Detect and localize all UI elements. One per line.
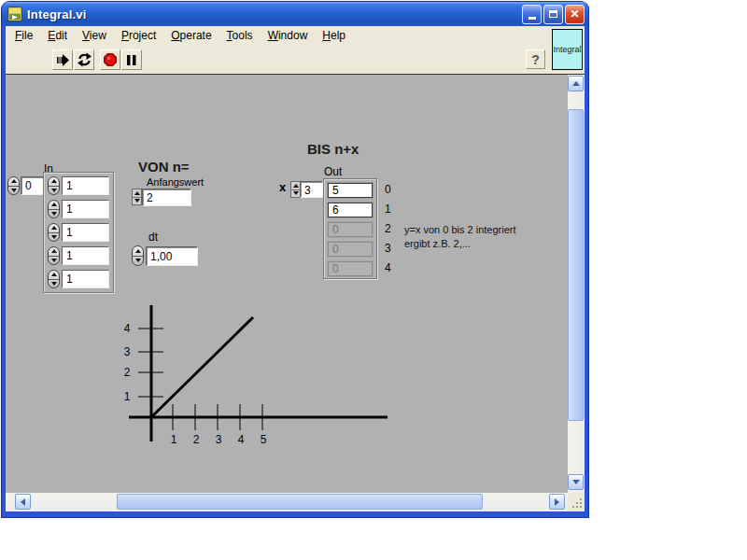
desktop: Integral.vi ✕ File Edit View Project Ope… [0, 0, 747, 560]
menu-project[interactable]: Project [114, 27, 163, 45]
menu-edit[interactable]: Edit [40, 27, 75, 45]
dt-spinner [132, 245, 144, 266]
anfangswert-value-box[interactable]: 2 [142, 189, 191, 206]
close-icon: ✕ [570, 8, 579, 20]
element-spinner[interactable] [48, 200, 60, 218]
scroll-up-icon [572, 81, 580, 86]
vi-icon-label: Integral [553, 45, 581, 54]
out-array-frame: 5 6 0 0 0 [323, 178, 377, 279]
menu-help[interactable]: Help [315, 27, 353, 45]
y-tick-2: 2 [124, 366, 131, 379]
window-body: File Edit View Project Operate Tools Win… [6, 26, 585, 511]
in-element-1[interactable]: 1 [62, 200, 109, 218]
maximize-icon [549, 10, 557, 18]
down-button[interactable] [49, 186, 59, 195]
menubar: File Edit View Project Operate Tools Win… [6, 26, 585, 46]
vertical-scrollbar[interactable] [568, 75, 585, 493]
up-arrow-icon [293, 184, 299, 188]
resize-grip[interactable] [568, 493, 585, 511]
out-element-2: 0 [328, 222, 373, 237]
scroll-down-icon [572, 480, 580, 484]
in-array-element-row: 1 [48, 246, 109, 265]
menu-operate[interactable]: Operate [163, 27, 218, 45]
maximize-button[interactable] [543, 5, 563, 24]
in-element-3[interactable]: 1 [62, 246, 109, 265]
vi-icon-pane[interactable]: Integral [552, 29, 583, 70]
down-arrow-icon [51, 189, 57, 192]
x-tick-1: 1 [171, 433, 177, 446]
element-spinner[interactable] [48, 270, 60, 288]
index-up-button[interactable] [8, 177, 19, 186]
index-down-button[interactable] [8, 186, 19, 195]
scroll-left-button[interactable] [15, 494, 31, 510]
yx-graph-sketch: 4 3 2 1 1 2 3 4 5 [117, 301, 392, 455]
out-label: Out [324, 165, 342, 178]
down-button[interactable] [133, 256, 143, 266]
in-element-4[interactable]: 1 [62, 270, 109, 288]
up-button[interactable] [49, 177, 59, 186]
x-tick-3: 3 [216, 433, 222, 446]
resize-grip-icon [580, 506, 582, 508]
run-continuous-icon [77, 52, 92, 67]
menu-view[interactable]: View [75, 27, 114, 45]
x-tick-5: 5 [261, 433, 267, 446]
element-spinner[interactable] [48, 223, 60, 242]
help-icon: ? [531, 52, 540, 67]
scroll-down-button[interactable] [568, 474, 584, 490]
down-arrow-icon [51, 282, 57, 286]
down-arrow-icon [51, 259, 57, 262]
up-arrow-icon [51, 273, 57, 276]
down-button[interactable] [49, 232, 59, 242]
in-array-index-box[interactable]: 0 [21, 176, 45, 195]
close-button[interactable]: ✕ [565, 5, 585, 24]
x-tick-4: 4 [238, 433, 245, 446]
element-spinner[interactable] [48, 176, 60, 195]
horizontal-scroll-thumb[interactable] [117, 494, 483, 510]
in-array-frame: 1 1 1 1 1 [43, 172, 114, 293]
dt-value-box[interactable]: 1,00 [146, 246, 198, 266]
out-element-3: 0 [328, 242, 373, 257]
abort-button[interactable] [100, 49, 120, 70]
titlebar[interactable]: Integral.vi ✕ [2, 2, 588, 26]
scroll-right-button[interactable] [549, 494, 565, 510]
down-button[interactable] [49, 209, 59, 218]
context-help-button[interactable]: ? [526, 49, 545, 69]
vertical-scroll-thumb[interactable] [568, 109, 584, 421]
down-button[interactable] [49, 279, 59, 288]
out-element-0: 5 [328, 183, 373, 198]
run-button[interactable] [52, 49, 73, 70]
minimize-button[interactable] [522, 5, 542, 24]
integral-vi-window: Integral.vi ✕ File Edit View Project Ope… [2, 2, 588, 517]
out-element-1: 6 [328, 203, 373, 217]
bis-heading: BIS n+x [307, 141, 359, 157]
in-element-2[interactable]: 1 [62, 223, 109, 242]
in-array-element-row: 1 [48, 176, 109, 195]
up-arrow-icon [135, 249, 141, 253]
up-button[interactable] [291, 182, 300, 189]
out-index-2: 2 [385, 221, 391, 236]
pause-button[interactable] [121, 49, 142, 70]
down-button[interactable] [133, 197, 141, 205]
up-button[interactable] [133, 246, 143, 256]
minimize-icon [529, 17, 536, 20]
down-button[interactable] [291, 189, 300, 198]
run-continuous-button[interactable] [74, 49, 94, 70]
in-element-0[interactable]: 1 [62, 176, 109, 195]
front-panel: In 0 1 1 1 [6, 75, 568, 493]
menu-tools[interactable]: Tools [219, 27, 261, 45]
x-value-box[interactable]: 3 [300, 181, 323, 198]
up-button[interactable] [49, 247, 59, 256]
menu-file[interactable]: File [7, 27, 40, 45]
down-arrow-icon [11, 189, 17, 192]
up-button[interactable] [49, 224, 59, 232]
up-button[interactable] [49, 271, 59, 279]
scroll-up-button[interactable] [568, 76, 584, 91]
element-spinner[interactable] [48, 246, 60, 265]
up-button[interactable] [49, 201, 59, 209]
horizontal-scrollbar[interactable] [6, 493, 568, 511]
down-button[interactable] [49, 256, 59, 265]
menu-window[interactable]: Window [261, 27, 316, 45]
up-arrow-icon [134, 191, 140, 195]
up-button[interactable] [133, 189, 141, 197]
von-heading: VON n= [138, 159, 190, 175]
